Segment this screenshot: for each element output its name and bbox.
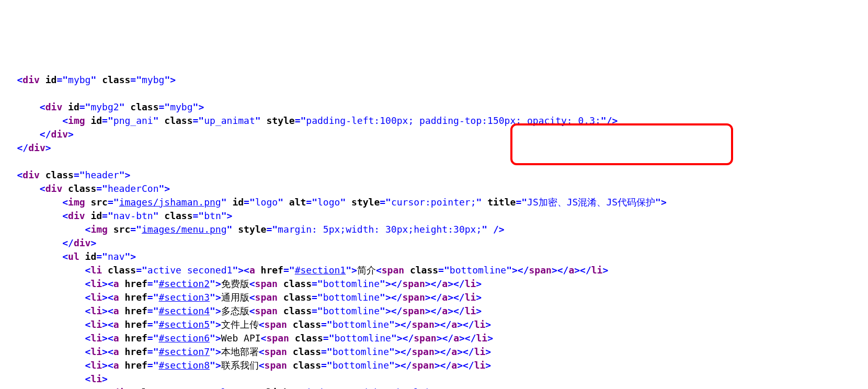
href-link[interactable]: #section2 <box>159 278 210 289</box>
href-link[interactable]: #section3 <box>159 292 210 303</box>
code-line: <div class="txtwav slow" onclick="window… <box>0 387 448 389</box>
code-line: <div id="mybg2" class="mybg"> <box>0 101 204 112</box>
code-line: </div> <box>0 237 96 248</box>
code-line: <li><a href="#section2">免费版<span class="… <box>0 278 482 289</box>
code-line: <li><a href="#section7">本地部署<span class=… <box>0 346 491 357</box>
code-line: <li><a href="#section6">Web API<span cla… <box>0 333 493 344</box>
code-line: </div> <box>0 129 74 140</box>
code-line: <li><a href="#section8">联系我们<span class=… <box>0 360 491 371</box>
href-link[interactable]: #section6 <box>159 333 210 344</box>
href-link[interactable]: #section4 <box>159 305 210 316</box>
code-line: <div class="header"> <box>0 169 130 180</box>
code-line: <li> <box>0 373 108 384</box>
code-line: <ul id="nav"> <box>0 251 136 262</box>
href-link[interactable]: #section1 <box>295 265 346 276</box>
code-line: <li><a href="#section4">多态版<span class="… <box>0 305 482 316</box>
href-link[interactable]: #section8 <box>159 360 210 371</box>
href-link[interactable]: #section5 <box>159 319 210 330</box>
code-line: </div> <box>0 142 51 153</box>
code-line: <img id="png_ani" class="up_animat" styl… <box>0 115 618 126</box>
src-link[interactable]: images/menu.png <box>142 224 227 235</box>
code-line: <li class="active seconed1"><a href="#se… <box>0 265 608 276</box>
code-line: <img src="images/menu.png" style="margin… <box>0 224 505 235</box>
href-link[interactable]: #section7 <box>159 346 210 357</box>
src-link[interactable]: images/jshaman.png <box>119 197 221 208</box>
code-viewer: <div id="mybg" class="mybg"> <div id="my… <box>0 54 868 389</box>
code-line: <li><a href="#section3">通用版<span class="… <box>0 292 482 303</box>
code-line: <li><a href="#section5">文件上传<span class=… <box>0 319 491 330</box>
code-line: <div id="nav-btn" class="btn"> <box>0 210 232 221</box>
code-line: <img src="images/jshaman.png" id="logo" … <box>0 197 667 208</box>
code-line: <div id="mybg" class="mybg"> <box>0 74 176 85</box>
code-line: <div class="headerCon"> <box>0 183 170 194</box>
